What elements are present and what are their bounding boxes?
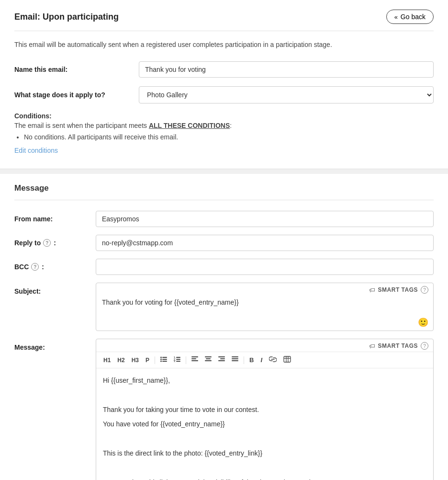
bcc-label: BCC ? : xyxy=(14,263,96,271)
svg-rect-3 xyxy=(162,359,167,360)
from-name-input[interactable] xyxy=(96,211,434,227)
subject-field-wrapper: 🏷 SMART TAGS ? Thank you for voting for … xyxy=(96,283,434,331)
toolbar-align-justify-button[interactable] xyxy=(229,355,241,365)
message-tag-icon: 🏷 xyxy=(369,343,375,350)
stage-select[interactable]: Photo Gallery Voting Stage Entry Stage xyxy=(139,86,434,103)
svg-rect-14 xyxy=(191,360,198,361)
svg-rect-9 xyxy=(176,359,180,360)
svg-rect-24 xyxy=(232,356,238,357)
toolbar-separator-1 xyxy=(155,356,155,364)
svg-rect-13 xyxy=(191,358,196,359)
stage-label: What stage does it apply to? xyxy=(14,91,139,99)
stage-row: What stage does it apply to? Photo Galle… xyxy=(14,86,434,103)
name-row: Name this email: xyxy=(14,61,434,78)
go-back-button[interactable]: « Go back xyxy=(386,10,434,24)
name-label: Name this email: xyxy=(14,66,139,73)
bcc-help-icon[interactable]: ? xyxy=(31,263,39,271)
svg-rect-20 xyxy=(218,356,225,357)
svg-rect-22 xyxy=(218,360,225,361)
svg-rect-17 xyxy=(206,358,211,359)
edit-conditions-link[interactable]: Edit conditions xyxy=(14,147,58,154)
chevron-left-icon: « xyxy=(394,13,398,21)
svg-point-2 xyxy=(160,359,162,360)
toolbar-align-center-button[interactable] xyxy=(202,355,214,365)
subject-row: Subject: 🏷 SMART TAGS ? Thank you for vo… xyxy=(14,283,434,331)
name-input[interactable] xyxy=(139,61,434,78)
message-editor-wrapper: 🏷 SMART TAGS ? H1 H2 H3 P 1.2. xyxy=(96,339,434,480)
message-label: Message: xyxy=(14,339,96,351)
toolbar-h2-button[interactable]: H2 xyxy=(115,356,127,365)
svg-point-0 xyxy=(160,357,162,358)
svg-point-4 xyxy=(160,361,162,362)
editor-line-3: Thank you for taking your time to vote i… xyxy=(103,404,426,415)
page-title: Email: Upon participating xyxy=(14,12,119,22)
editor-toolbar: H1 H2 H3 P 1.2.3. xyxy=(96,352,433,368)
svg-text:3.: 3. xyxy=(174,360,176,362)
go-back-label: Go back xyxy=(401,13,426,21)
editor-line-2 xyxy=(103,389,426,400)
toolbar-bold-button[interactable]: B xyxy=(247,355,256,365)
description-text: This email will be automatically sent wh… xyxy=(14,40,434,50)
svg-rect-28 xyxy=(284,356,291,362)
reply-to-label: Reply to ? : xyxy=(14,239,96,247)
conditions-title: Conditions: xyxy=(14,112,434,120)
reply-to-help-icon[interactable]: ? xyxy=(43,239,51,247)
svg-rect-1 xyxy=(162,357,167,358)
toolbar-separator-3 xyxy=(244,356,244,364)
conditions-list: No conditions. All participants will rec… xyxy=(14,133,434,141)
toolbar-separator-2 xyxy=(186,356,186,364)
editor-line-8: You can share this link to spread the vi… xyxy=(103,477,426,480)
subject-smart-tags-label[interactable]: SMART TAGS xyxy=(378,286,418,293)
svg-rect-25 xyxy=(232,358,238,359)
editor-line-5 xyxy=(103,434,426,444)
message-smart-tags-label[interactable]: SMART TAGS xyxy=(378,343,418,349)
toolbar-h3-button[interactable]: H3 xyxy=(129,356,141,365)
svg-rect-16 xyxy=(205,356,212,357)
toolbar-ol-button[interactable]: 1.2.3. xyxy=(171,355,183,365)
editor-line-7 xyxy=(103,462,426,473)
toolbar-align-right-button[interactable] xyxy=(216,355,227,365)
svg-rect-26 xyxy=(232,360,238,361)
message-smart-tags-help-icon[interactable]: ? xyxy=(421,342,428,350)
tag-icon: 🏷 xyxy=(369,286,375,294)
bcc-input[interactable] xyxy=(96,259,434,275)
toolbar-h1-button[interactable]: H1 xyxy=(101,356,113,365)
toolbar-link-button[interactable] xyxy=(267,355,279,365)
from-name-row: From name: xyxy=(14,211,434,227)
svg-rect-12 xyxy=(191,356,198,357)
toolbar-table-button[interactable] xyxy=(281,355,293,365)
svg-rect-7 xyxy=(176,357,180,358)
svg-rect-11 xyxy=(176,361,180,362)
editor-line-4: You have voted for {{voted_entry_name}} xyxy=(103,419,426,429)
reply-to-input[interactable] xyxy=(96,235,434,251)
toolbar-ul-button[interactable] xyxy=(158,355,169,365)
subject-bottom-bar: 🙂 xyxy=(96,315,433,331)
editor-line-1: Hi {{user_first_name}}, xyxy=(103,375,426,386)
message-section-title: Message xyxy=(14,183,434,200)
conditions-subtitle: The email is sent when the participant m… xyxy=(14,122,434,129)
subject-smart-tags-help-icon[interactable]: ? xyxy=(421,286,428,294)
svg-rect-21 xyxy=(220,358,225,359)
subject-toolbar: 🏷 SMART TAGS ? xyxy=(96,283,433,296)
message-row: Message: 🏷 SMART TAGS ? H1 H2 H3 P xyxy=(14,339,434,480)
from-name-label: From name: xyxy=(14,215,96,223)
message-section: Message From name: Reply to ? : BCC ? : xyxy=(0,174,448,480)
message-top-bar: 🏷 SMART TAGS ? xyxy=(96,339,433,352)
svg-rect-5 xyxy=(162,361,167,362)
reply-to-row: Reply to ? : xyxy=(14,235,434,251)
svg-rect-18 xyxy=(205,360,212,361)
condition-item: No conditions. All participants will rec… xyxy=(24,133,434,141)
editor-content[interactable]: Hi {{user_first_name}}, Thank you for ta… xyxy=(96,368,433,480)
toolbar-p-button[interactable]: P xyxy=(143,356,152,365)
toolbar-align-left-button[interactable] xyxy=(189,355,201,365)
subject-input[interactable]: Thank you for voting for {{voted_entry_n… xyxy=(96,296,433,314)
conditions-block: Conditions: The email is sent when the p… xyxy=(14,112,434,154)
toolbar-italic-button[interactable]: I xyxy=(258,355,265,365)
editor-line-6: This is the direct link to the photo: {{… xyxy=(103,448,426,458)
subject-label: Subject: xyxy=(14,283,96,295)
bcc-row: BCC ? : xyxy=(14,259,434,275)
emoji-icon[interactable]: 🙂 xyxy=(418,317,428,328)
